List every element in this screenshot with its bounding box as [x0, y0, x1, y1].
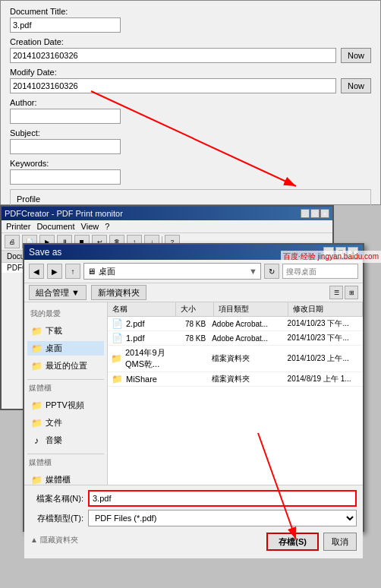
monitor-menu: Printer Document View ? [2, 220, 332, 233]
sidebar-docs[interactable]: 📁 文件 [27, 416, 104, 430]
author-label: Author: [10, 98, 371, 107]
back-btn[interactable]: ◀ [29, 264, 44, 279]
saveas-footer: 檔案名稱(N): 存檔類型(T): PDF Files (*.pdf) ▲ 隱藏… [24, 485, 363, 558]
document-title-label: Document Title: [10, 7, 371, 16]
refresh-btn[interactable]: ↻ [264, 264, 279, 279]
media-section2: 媒體櫃 [27, 454, 104, 469]
saveas-cancel-button[interactable]: 取消 [323, 533, 357, 551]
profile-label: Profile [17, 194, 364, 204]
organize-button[interactable]: 組合管理 ▼ [29, 285, 87, 300]
saveas-address-bar: ◀ ▶ ↑ 🖥 桌面 ▼ ↻ [24, 260, 363, 283]
downloads-icon: 📁 [30, 326, 43, 337]
subject-input[interactable] [10, 139, 121, 154]
col-date[interactable]: 修改日期 [288, 302, 363, 316]
monitor-title: PDFCreator - PDF Print monitor [5, 209, 123, 218]
type-2pdf: Adobe Acrobat... [209, 320, 284, 328]
menu-help[interactable]: ? [105, 222, 109, 231]
date-2pdf: 2014/10/23 下午... [285, 318, 360, 329]
modify-date-label: Modify Date: [10, 68, 371, 77]
filelist-header: 名稱 大小 項目類型 修改日期 [108, 302, 363, 317]
filename-qms: 2014年9月QMS乾... [125, 347, 178, 370]
sidebar-desktop[interactable]: 📁 桌面 [27, 341, 104, 356]
type-qms: 檔案資料夾 [209, 353, 284, 364]
music-icon: ♪ [30, 435, 43, 446]
up-btn[interactable]: ↑ [65, 264, 80, 279]
filename-2pdf: 2.pdf [126, 319, 144, 328]
filetype-label: 存檔類型(T): [30, 513, 83, 524]
hidden-folder-label: ▲ 隱藏資料夾 [30, 535, 78, 545]
saveas-filelist: 名稱 大小 項目類型 修改日期 📄 2.pdf 78 KB Adobe Acro… [108, 302, 363, 485]
col-size[interactable]: 大小 [176, 302, 214, 316]
baidu-watermark: 百度·经验 jingyan.baidu.com [281, 251, 381, 263]
creation-now-button[interactable]: Now [341, 48, 371, 63]
recent-label: 最近的位置 [46, 360, 87, 371]
filetype-select[interactable]: PDF Files (*.pdf) [88, 510, 357, 526]
sidebar-music[interactable]: ♪ 音樂 [27, 433, 104, 447]
author-input[interactable] [10, 109, 121, 124]
sidebar-recent[interactable]: 📁 最近的位置 [27, 359, 104, 373]
saveas-title: Save as [29, 247, 61, 258]
col-type[interactable]: 項目類型 [214, 302, 288, 316]
pdf-icon-2: 📄 [111, 318, 123, 329]
address-text: 桌面 [99, 266, 115, 277]
menu-printer[interactable]: Printer [6, 222, 30, 231]
music-label: 音樂 [46, 435, 62, 446]
file-row-2pdf[interactable]: 📄 2.pdf 78 KB Adobe Acrobat... 2014/10/2… [108, 317, 363, 331]
creation-date-input[interactable] [10, 48, 336, 63]
bottom-section: PDFCreator - PDF Print monitor _ □ × Pri… [0, 205, 381, 588]
keywords-input[interactable] [10, 169, 121, 185]
desktop-icon: 📁 [30, 343, 43, 354]
file-row-mishare[interactable]: 📁 MiShare 檔案資料夾 2014/8/19 上午 1... [108, 372, 363, 387]
toolbar-btn-1[interactable]: 🖨 [5, 235, 20, 248]
address-display[interactable]: 🖥 桌面 ▼ [83, 263, 261, 280]
sidebar-favorites: 我的最愛 [27, 307, 104, 321]
file-name-qms: 📁 2014年9月QMS乾... [111, 347, 178, 370]
monitor-minimize-btn[interactable]: _ [301, 209, 310, 218]
saveas-dialog: Save as _ □ × ◀ ▶ ↑ 🖥 桌面 ▼ ↻ 組合管理 ▼ 新增資料… [23, 243, 364, 532]
document-title-input[interactable] [10, 17, 121, 33]
forward-btn[interactable]: ▶ [47, 264, 62, 279]
folder-icon-mishare: 📁 [111, 374, 123, 384]
file-name-2pdf: 📄 2.pdf [111, 318, 178, 329]
modify-now-button[interactable]: Now [341, 78, 371, 93]
desktop-label: 桌面 [46, 343, 62, 354]
monitor-maximize-btn[interactable]: □ [310, 209, 320, 218]
filename-mishare: MiShare [126, 375, 157, 384]
address-dropdown[interactable]: ▼ [249, 267, 257, 276]
recent-icon: 📁 [30, 361, 43, 371]
footer-buttons: 存檔(S) 取消 [266, 533, 357, 551]
menu-view[interactable]: View [81, 222, 99, 231]
file-name-mishare: 📁 MiShare [111, 374, 178, 384]
docs-icon: 📁 [30, 418, 43, 428]
file-row-qms[interactable]: 📁 2014年9月QMS乾... 檔案資料夾 2014/10/23 上午... [108, 346, 363, 372]
creation-date-label: Creation Date: [10, 37, 371, 46]
size-1pdf: 78 KB [178, 334, 209, 343]
col-name[interactable]: 名稱 [108, 302, 176, 316]
file-row-1pdf[interactable]: 📄 1.pdf 78 KB Adobe Acrobat... 2014/10/2… [108, 331, 363, 346]
filename-field[interactable] [88, 490, 357, 507]
modify-date-input[interactable] [10, 78, 336, 93]
date-mishare: 2014/8/19 上午 1... [285, 374, 360, 384]
filename-1pdf: 1.pdf [126, 334, 144, 343]
search-input[interactable] [282, 264, 358, 279]
folder-icon-qms: 📁 [111, 353, 122, 364]
date-1pdf: 2014/10/23 下午... [285, 333, 360, 343]
keywords-label: Keywords: [10, 159, 371, 168]
sidebar-pptv[interactable]: 📁 PPTV視頻 [27, 398, 104, 413]
sidebar-media2[interactable]: 📁 媒體櫃 [27, 473, 104, 485]
new-folder-button[interactable]: 新增資料夾 [91, 285, 146, 300]
sidebar-downloads[interactable]: 📁 下載 [27, 324, 104, 338]
saveas-save-button[interactable]: 存檔(S) [266, 533, 319, 551]
favorites-label: 我的最愛 [30, 308, 61, 319]
filename-label: 檔案名稱(N): [30, 493, 83, 504]
date-qms: 2014/10/23 上午... [285, 353, 360, 364]
view-list-btn[interactable]: ☰ [329, 286, 343, 299]
monitor-close-btn[interactable]: × [320, 209, 329, 218]
saveas-sidebar: 我的最愛 📁 下載 📁 桌面 📁 最近的位置 媒體櫃 📁 PPTV視頻 [24, 302, 108, 485]
menu-document[interactable]: Document [36, 222, 74, 231]
view-grid-btn[interactable]: ⊞ [345, 286, 358, 299]
media2-label: 媒體櫃 [46, 474, 71, 485]
saveas-actions: 組合管理 ▼ 新增資料夾 ☰ ⊞ [24, 283, 363, 302]
media2-icon: 📁 [30, 475, 43, 485]
hidden-folder-row: ▲ 隱藏資料夾 存檔(S) 取消 [30, 530, 357, 551]
